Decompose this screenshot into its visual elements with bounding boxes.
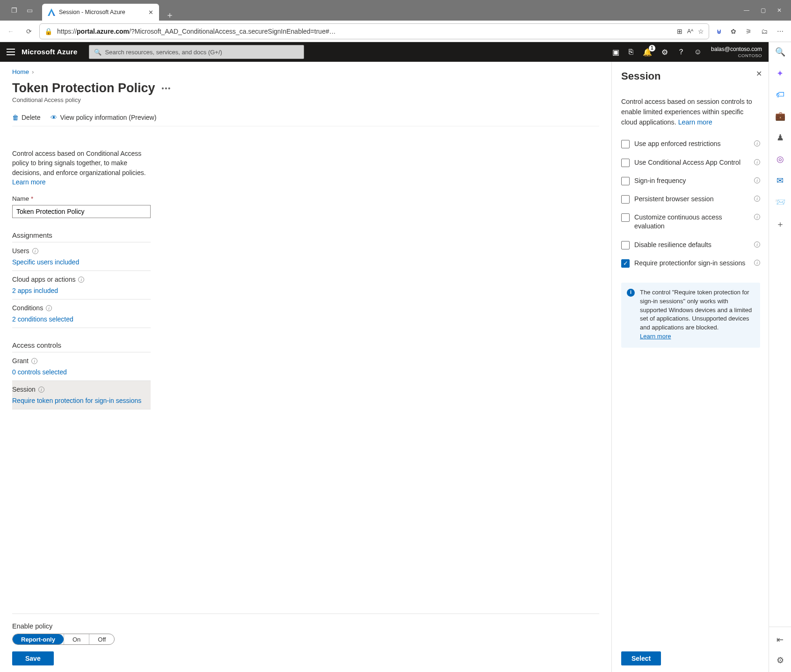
browser-menu-icon[interactable]: ⋯ bbox=[777, 28, 784, 35]
seg-on[interactable]: On bbox=[64, 634, 89, 644]
save-button[interactable]: Save bbox=[12, 651, 54, 665]
favorite-icon[interactable]: ☆ bbox=[698, 28, 704, 35]
extensions-menu-icon[interactable]: ✿ bbox=[731, 28, 736, 35]
assignment-apps[interactable]: Cloud apps or actions i 2 apps included bbox=[12, 271, 151, 299]
checkbox-checked[interactable]: ✓ bbox=[621, 259, 630, 268]
rail-tag-icon[interactable]: 🏷 bbox=[776, 90, 784, 100]
rail-send-icon[interactable]: 📨 bbox=[775, 197, 785, 207]
users-value[interactable]: Specific users included bbox=[12, 255, 151, 268]
window-close-icon[interactable]: ✕ bbox=[777, 7, 782, 14]
policy-name-input[interactable] bbox=[12, 205, 151, 218]
chk-disable-resilience[interactable]: Disable resilience defaults i bbox=[621, 241, 760, 249]
rail-collapse-icon[interactable]: ⇤ bbox=[776, 635, 784, 645]
page-title: Token Protection Policy ••• bbox=[12, 81, 599, 95]
new-tab-button[interactable]: ＋ bbox=[159, 9, 181, 21]
nav-refresh-icon[interactable]: ⟳ bbox=[26, 28, 32, 35]
flyout-close-icon[interactable]: ✕ bbox=[756, 69, 762, 78]
eye-icon: 👁 bbox=[51, 114, 57, 121]
info-learn-more-link[interactable]: Learn more bbox=[640, 333, 671, 340]
browser-address-row: ← ⟳ 🔒 https://portal.azure.com/?Microsof… bbox=[0, 21, 791, 42]
info-icon[interactable]: i bbox=[754, 159, 760, 165]
apps-value[interactable]: 2 apps included bbox=[12, 283, 151, 296]
info-icon[interactable]: i bbox=[754, 260, 760, 266]
chk-app-enforced[interactable]: Use app enforced restrictions i bbox=[621, 139, 760, 148]
rail-search-icon[interactable]: 🔍 bbox=[775, 47, 785, 57]
favorites-bar-icon[interactable]: ⚞ bbox=[746, 28, 752, 35]
checkbox[interactable] bbox=[621, 177, 630, 185]
access-grant[interactable]: Grant i 0 controls selected bbox=[12, 352, 151, 381]
info-icon[interactable]: i bbox=[754, 196, 760, 202]
assignments-header: Assignments bbox=[12, 218, 151, 242]
session-value[interactable]: Require token protection for sign-in ses… bbox=[12, 393, 151, 406]
azure-brand[interactable]: Microsoft Azure bbox=[22, 48, 78, 56]
read-aloud-icon[interactable]: Aᴬ bbox=[687, 28, 693, 35]
collections-icon[interactable]: 🗂 bbox=[761, 28, 768, 35]
portal-search-input[interactable]: 🔍 Search resources, services, and docs (… bbox=[89, 45, 304, 59]
url-text: https://portal.azure.com/?Microsoft_AAD_… bbox=[57, 28, 672, 35]
rail-outlook-icon[interactable]: ✉ bbox=[776, 175, 784, 186]
portal-menu-button[interactable] bbox=[7, 49, 15, 55]
info-icon[interactable]: i bbox=[32, 248, 38, 254]
directories-icon[interactable]: ⎘ bbox=[629, 48, 633, 56]
chk-ca-app-control[interactable]: Use Conditional Access App Control i bbox=[621, 158, 760, 167]
main-pane: Home › Token Protection Policy ••• Condi… bbox=[0, 62, 611, 672]
feedback-icon[interactable]: ☺ bbox=[694, 48, 702, 56]
cloud-shell-icon[interactable]: ▣ bbox=[612, 48, 619, 57]
delete-button[interactable]: 🗑 Delete bbox=[12, 114, 40, 121]
info-icon[interactable]: i bbox=[754, 177, 760, 183]
grant-value[interactable]: 0 controls selected bbox=[12, 365, 151, 378]
enable-policy-toggle[interactable]: Report-only On Off bbox=[12, 634, 115, 645]
flyout-intro: Control access based on session controls… bbox=[621, 96, 760, 127]
info-icon[interactable]: i bbox=[46, 305, 52, 311]
checkbox[interactable] bbox=[621, 213, 630, 222]
app-install-icon[interactable]: ⊞ bbox=[677, 28, 682, 35]
chk-require-protection[interactable]: ✓ Require protectionfor sign-in sessions… bbox=[621, 259, 760, 268]
seg-report-only[interactable]: Report-only bbox=[13, 634, 64, 644]
info-icon[interactable]: i bbox=[31, 358, 37, 364]
seg-off[interactable]: Off bbox=[89, 634, 114, 644]
checkbox[interactable] bbox=[621, 195, 630, 204]
info-icon[interactable]: i bbox=[78, 277, 84, 283]
rail-games-icon[interactable]: ♟ bbox=[776, 132, 784, 143]
notification-badge: 1 bbox=[649, 45, 655, 51]
access-session[interactable]: Session i Require token protection for s… bbox=[12, 381, 151, 409]
settings-gear-icon[interactable]: ⚙ bbox=[661, 48, 668, 57]
address-bar[interactable]: 🔒 https://portal.azure.com/?Microsoft_AA… bbox=[39, 23, 709, 39]
nav-back-icon[interactable]: ← bbox=[7, 28, 14, 35]
browser-tab-strip: ❐ ▭ Session - Microsoft Azure ✕ ＋ — ▢ ✕ bbox=[0, 0, 791, 21]
notifications-icon[interactable]: 🔔1 bbox=[643, 48, 652, 57]
tab-close-icon[interactable]: ✕ bbox=[148, 9, 153, 16]
info-icon[interactable]: i bbox=[754, 241, 760, 248]
assignment-users[interactable]: Users i Specific users included bbox=[12, 242, 151, 271]
workspace-icon[interactable]: ❐ bbox=[11, 7, 17, 14]
window-restore-icon[interactable]: ▢ bbox=[761, 7, 766, 14]
window-minimize-icon[interactable]: — bbox=[744, 7, 749, 14]
session-flyout: Session ✕ Control access based on sessio… bbox=[611, 62, 769, 672]
page-more-button[interactable]: ••• bbox=[162, 85, 172, 92]
rail-settings-icon[interactable]: ⚙ bbox=[776, 655, 784, 665]
rail-wallet-icon[interactable]: 💼 bbox=[775, 111, 785, 121]
tabs-aside-icon[interactable]: ▭ bbox=[27, 7, 33, 14]
view-policy-info-button[interactable]: 👁 View policy information (Preview) bbox=[51, 114, 156, 121]
rail-office-icon[interactable]: ◎ bbox=[776, 154, 784, 164]
breadcrumb-home[interactable]: Home bbox=[12, 68, 29, 75]
checkbox[interactable] bbox=[621, 241, 630, 249]
flyout-select-button[interactable]: Select bbox=[621, 651, 661, 665]
info-icon[interactable]: i bbox=[38, 387, 44, 393]
chk-signin-frequency[interactable]: Sign-in frequency i bbox=[621, 176, 760, 185]
policy-learn-more-link[interactable]: Learn more bbox=[12, 178, 46, 186]
rail-sparkle-icon[interactable]: ✦ bbox=[776, 68, 784, 79]
chk-cae[interactable]: Customize continuous access evaluation i bbox=[621, 213, 760, 231]
command-bar: 🗑 Delete 👁 View policy information (Prev… bbox=[12, 110, 599, 126]
assignment-conditions[interactable]: Conditions i 2 conditions selected bbox=[12, 299, 151, 328]
help-icon[interactable]: ？ bbox=[677, 47, 685, 57]
chk-persistent-browser[interactable]: Persistent browser session i bbox=[621, 195, 760, 204]
user-account[interactable]: balas@contoso.com CONTOSO bbox=[711, 46, 762, 58]
browser-tab-active[interactable]: Session - Microsoft Azure ✕ bbox=[42, 4, 159, 21]
extension-icon-1[interactable]: ⊎ bbox=[717, 28, 721, 35]
checkbox[interactable] bbox=[621, 140, 630, 148]
checkbox[interactable] bbox=[621, 159, 630, 167]
flyout-learn-more-link[interactable]: Learn more bbox=[678, 118, 712, 126]
rail-add-icon[interactable]: ＋ bbox=[776, 219, 784, 230]
conditions-value[interactable]: 2 conditions selected bbox=[12, 312, 151, 325]
